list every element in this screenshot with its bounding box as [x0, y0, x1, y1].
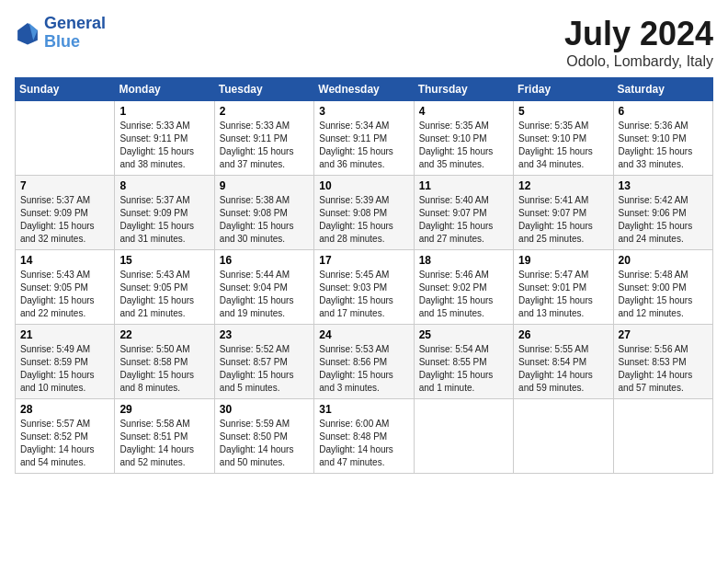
- calendar-week-2: 7Sunrise: 5:37 AM Sunset: 9:09 PM Daylig…: [16, 176, 713, 250]
- calendar-cell: 5Sunrise: 5:35 AM Sunset: 9:10 PM Daylig…: [514, 101, 613, 176]
- calendar-cell: 24Sunrise: 5:53 AM Sunset: 8:56 PM Dayli…: [314, 325, 414, 399]
- day-number: 5: [518, 105, 608, 118]
- calendar-cell: 15Sunrise: 5:43 AM Sunset: 9:05 PM Dayli…: [115, 250, 214, 325]
- day-header-thursday: Thursday: [414, 78, 513, 101]
- day-number: 10: [319, 179, 408, 192]
- day-header-wednesday: Wednesday: [314, 78, 414, 101]
- day-number: 18: [419, 254, 508, 267]
- day-header-saturday: Saturday: [613, 78, 712, 101]
- calendar-week-4: 21Sunrise: 5:49 AM Sunset: 8:59 PM Dayli…: [16, 325, 713, 399]
- day-info: Sunrise: 5:35 AM Sunset: 9:10 PM Dayligh…: [419, 120, 508, 171]
- day-number: 21: [20, 328, 109, 341]
- day-info: Sunrise: 5:36 AM Sunset: 9:10 PM Dayligh…: [619, 120, 708, 171]
- day-number: 24: [319, 328, 408, 341]
- calendar-cell: 26Sunrise: 5:55 AM Sunset: 8:54 PM Dayli…: [514, 325, 613, 399]
- logo-icon: [15, 20, 40, 46]
- day-number: 16: [220, 254, 309, 267]
- day-number: 6: [619, 105, 708, 118]
- page-header: General Blue July 2024 Odolo, Lombardy, …: [15, 15, 713, 70]
- day-info: Sunrise: 5:53 AM Sunset: 8:56 PM Dayligh…: [319, 343, 408, 395]
- day-number: 1: [119, 105, 209, 118]
- day-number: 19: [518, 254, 608, 267]
- calendar-cell: 11Sunrise: 5:40 AM Sunset: 9:07 PM Dayli…: [414, 176, 513, 250]
- day-number: 17: [319, 254, 408, 267]
- calendar-cell: 14Sunrise: 5:43 AM Sunset: 9:05 PM Dayli…: [16, 250, 115, 325]
- calendar-cell: 27Sunrise: 5:56 AM Sunset: 8:53 PM Dayli…: [613, 325, 712, 399]
- day-info: Sunrise: 5:33 AM Sunset: 9:11 PM Dayligh…: [220, 120, 309, 171]
- calendar-cell: 3Sunrise: 5:34 AM Sunset: 9:11 PM Daylig…: [314, 101, 414, 176]
- day-header-friday: Friday: [514, 78, 613, 101]
- day-info: Sunrise: 5:41 AM Sunset: 9:07 PM Dayligh…: [518, 194, 608, 246]
- day-number: 9: [220, 179, 309, 192]
- day-number: 11: [419, 179, 508, 192]
- day-info: Sunrise: 5:58 AM Sunset: 8:51 PM Dayligh…: [119, 418, 209, 469]
- day-info: Sunrise: 5:50 AM Sunset: 8:58 PM Dayligh…: [119, 343, 209, 395]
- day-info: Sunrise: 5:34 AM Sunset: 9:11 PM Dayligh…: [319, 120, 408, 171]
- day-number: 13: [619, 179, 708, 192]
- location: Odolo, Lombardy, Italy: [564, 53, 713, 70]
- day-number: 4: [419, 105, 508, 118]
- calendar-cell: 25Sunrise: 5:54 AM Sunset: 8:55 PM Dayli…: [414, 325, 513, 399]
- day-number: 26: [518, 328, 608, 341]
- logo-general: General: [44, 14, 106, 32]
- calendar-cell: 2Sunrise: 5:33 AM Sunset: 9:11 PM Daylig…: [214, 101, 313, 176]
- calendar-table: SundayMondayTuesdayWednesdayThursdayFrid…: [15, 77, 713, 474]
- calendar-cell: 30Sunrise: 5:59 AM Sunset: 8:50 PM Dayli…: [214, 399, 313, 474]
- day-header-tuesday: Tuesday: [214, 78, 313, 101]
- calendar-cell: 22Sunrise: 5:50 AM Sunset: 8:58 PM Dayli…: [115, 325, 214, 399]
- day-info: Sunrise: 5:38 AM Sunset: 9:08 PM Dayligh…: [220, 194, 309, 246]
- calendar-cell: 23Sunrise: 5:52 AM Sunset: 8:57 PM Dayli…: [214, 325, 313, 399]
- calendar-cell: 8Sunrise: 5:37 AM Sunset: 9:09 PM Daylig…: [115, 176, 214, 250]
- day-number: 27: [619, 328, 708, 341]
- calendar-cell: 6Sunrise: 5:36 AM Sunset: 9:10 PM Daylig…: [613, 101, 712, 176]
- calendar-cell: [414, 399, 513, 474]
- day-header-sunday: Sunday: [16, 78, 115, 101]
- day-info: Sunrise: 6:00 AM Sunset: 8:48 PM Dayligh…: [319, 418, 408, 469]
- calendar-cell: 17Sunrise: 5:45 AM Sunset: 9:03 PM Dayli…: [314, 250, 414, 325]
- calendar-week-5: 28Sunrise: 5:57 AM Sunset: 8:52 PM Dayli…: [16, 399, 713, 474]
- calendar-cell: 28Sunrise: 5:57 AM Sunset: 8:52 PM Dayli…: [16, 399, 115, 474]
- day-info: Sunrise: 5:37 AM Sunset: 9:09 PM Dayligh…: [20, 194, 109, 246]
- day-info: Sunrise: 5:33 AM Sunset: 9:11 PM Dayligh…: [119, 120, 209, 171]
- day-number: 25: [419, 328, 508, 341]
- day-info: Sunrise: 5:49 AM Sunset: 8:59 PM Dayligh…: [20, 343, 109, 395]
- calendar-cell: [613, 399, 712, 474]
- logo-blue: Blue: [44, 32, 80, 51]
- day-number: 28: [20, 403, 109, 416]
- day-number: 8: [119, 179, 209, 192]
- day-info: Sunrise: 5:52 AM Sunset: 8:57 PM Dayligh…: [220, 343, 309, 395]
- calendar-cell: 4Sunrise: 5:35 AM Sunset: 9:10 PM Daylig…: [414, 101, 513, 176]
- day-number: 15: [119, 254, 209, 267]
- day-number: 29: [119, 403, 209, 416]
- day-info: Sunrise: 5:46 AM Sunset: 9:02 PM Dayligh…: [419, 269, 508, 320]
- day-info: Sunrise: 5:35 AM Sunset: 9:10 PM Dayligh…: [518, 120, 608, 171]
- day-info: Sunrise: 5:44 AM Sunset: 9:04 PM Dayligh…: [220, 269, 309, 320]
- calendar-cell: 9Sunrise: 5:38 AM Sunset: 9:08 PM Daylig…: [214, 176, 313, 250]
- logo: General Blue: [15, 15, 106, 52]
- calendar-cell: 21Sunrise: 5:49 AM Sunset: 8:59 PM Dayli…: [16, 325, 115, 399]
- day-info: Sunrise: 5:59 AM Sunset: 8:50 PM Dayligh…: [220, 418, 309, 469]
- day-info: Sunrise: 5:57 AM Sunset: 8:52 PM Dayligh…: [20, 418, 109, 469]
- day-number: 3: [319, 105, 408, 118]
- day-info: Sunrise: 5:56 AM Sunset: 8:53 PM Dayligh…: [619, 343, 708, 395]
- calendar-cell: 16Sunrise: 5:44 AM Sunset: 9:04 PM Dayli…: [214, 250, 313, 325]
- calendar-cell: [514, 399, 613, 474]
- day-info: Sunrise: 5:45 AM Sunset: 9:03 PM Dayligh…: [319, 269, 408, 320]
- day-number: 12: [518, 179, 608, 192]
- day-number: 31: [319, 403, 408, 416]
- calendar-cell: 19Sunrise: 5:47 AM Sunset: 9:01 PM Dayli…: [514, 250, 613, 325]
- day-number: 23: [220, 328, 309, 341]
- calendar-cell: 1Sunrise: 5:33 AM Sunset: 9:11 PM Daylig…: [115, 101, 214, 176]
- month-title: July 2024: [564, 15, 713, 53]
- calendar-cell: [16, 101, 115, 176]
- day-number: 2: [220, 105, 309, 118]
- day-info: Sunrise: 5:47 AM Sunset: 9:01 PM Dayligh…: [518, 269, 608, 320]
- calendar-cell: 29Sunrise: 5:58 AM Sunset: 8:51 PM Dayli…: [115, 399, 214, 474]
- day-info: Sunrise: 5:43 AM Sunset: 9:05 PM Dayligh…: [20, 269, 109, 320]
- title-block: July 2024 Odolo, Lombardy, Italy: [564, 15, 713, 70]
- calendar-header: SundayMondayTuesdayWednesdayThursdayFrid…: [16, 78, 713, 101]
- day-info: Sunrise: 5:39 AM Sunset: 9:08 PM Dayligh…: [319, 194, 408, 246]
- day-info: Sunrise: 5:43 AM Sunset: 9:05 PM Dayligh…: [119, 269, 209, 320]
- calendar-cell: 31Sunrise: 6:00 AM Sunset: 8:48 PM Dayli…: [314, 399, 414, 474]
- calendar-cell: 20Sunrise: 5:48 AM Sunset: 9:00 PM Dayli…: [613, 250, 712, 325]
